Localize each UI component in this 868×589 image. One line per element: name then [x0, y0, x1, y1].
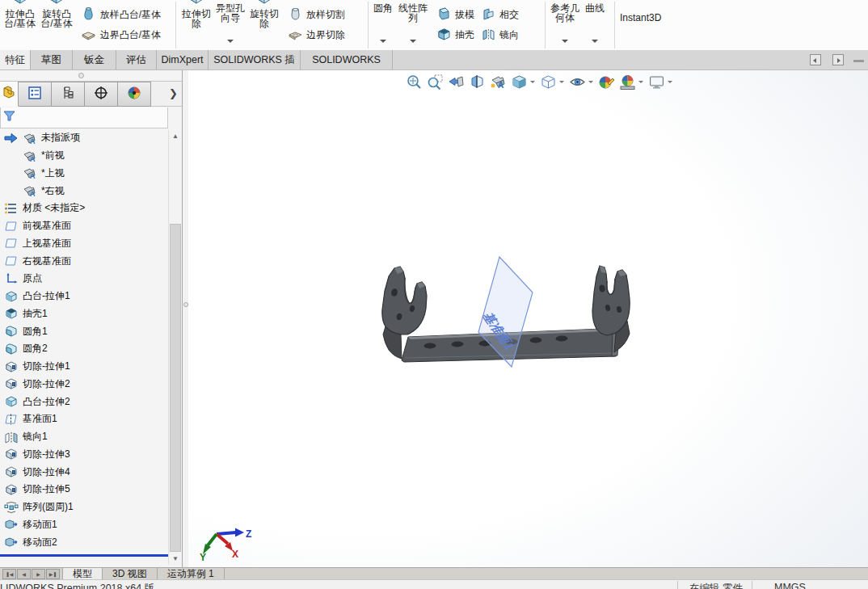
tree-item[interactable]: 切除-拉伸5 — [0, 481, 168, 499]
ribbon-button-fillet[interactable]: 圆角 — [370, 0, 396, 50]
panel-splitter[interactable] — [182, 70, 188, 567]
ribbon-button-instant3d[interactable]: Instant3D — [617, 0, 664, 50]
tree-scrollbar[interactable]: ▲ ▼ — [168, 130, 182, 565]
tree-item[interactable]: 凸台-拉伸1 — [0, 288, 168, 305]
manager-tab-configurationmanager[interactable] — [52, 82, 85, 107]
ribbon-group-separator — [545, 2, 546, 48]
tree-item[interactable]: 切除-拉伸3 — [0, 446, 168, 464]
tree-item[interactable]: 移动面2 — [0, 533, 168, 551]
ribbon-button-intersect[interactable]: 相交 — [481, 6, 519, 24]
tree-item-label: 凸台-拉伸2 — [23, 395, 70, 409]
tree-item[interactable]: 圆角2 — [0, 340, 168, 358]
collapse-ribbon-button[interactable] — [853, 60, 864, 62]
manager-tab-propertymanager[interactable] — [19, 82, 52, 107]
tree-item[interactable]: 切除-拉伸1 — [0, 358, 168, 376]
tree-item[interactable]: 抽壳1 — [0, 305, 168, 323]
ribbon-button-mirror[interactable]: 镜向 — [481, 27, 519, 44]
manager-tab-featuremanager[interactable] — [0, 82, 19, 107]
move-face-icon — [3, 517, 19, 532]
pane-right-button[interactable] — [832, 54, 844, 65]
ribbon-group-separator — [175, 2, 176, 48]
tree-item[interactable]: 原点 — [0, 270, 168, 288]
dropdown-arrow-icon[interactable] — [380, 40, 386, 43]
ribbon-button-curves[interactable]: 曲线 — [582, 0, 608, 50]
command-tab-4[interactable]: 评估 — [116, 50, 157, 69]
ribbon-button-shell[interactable]: 抽壳 — [436, 27, 474, 44]
loft-boss-icon — [82, 7, 95, 23]
ribbon-button-loft-cut[interactable]: 放样切割 — [288, 6, 345, 24]
ribbon-button-hole-wizard[interactable]: 异型孔 向导 — [213, 0, 247, 50]
tree-item-label: 上视基准面 — [23, 237, 71, 250]
ribbon-button-draft[interactable]: 拔模 — [436, 6, 474, 24]
ribbon-button-boss-extrude[interactable]: 拉伸凸 台/基体 — [2, 0, 38, 50]
camera-icon: A — [22, 131, 37, 145]
tree-item[interactable]: 上视基准面 — [0, 235, 168, 253]
ribbon-group: 拉伸切 除异型孔 向导旋转切 除放样切割边界切除 — [179, 0, 345, 50]
ribbon-button-boundary-cut[interactable]: 边界切除 — [288, 27, 345, 44]
pane-left-button[interactable] — [810, 54, 821, 65]
ribbon-button-revolve-boss[interactable]: 旋转凸 台/基体 — [38, 0, 74, 50]
tree-item[interactable]: A*前视 — [0, 147, 168, 165]
panel-grip[interactable] — [0, 70, 182, 81]
tree-filter-row[interactable] — [0, 107, 168, 128]
tree-item[interactable]: 前视基准面 — [0, 217, 168, 235]
status-units[interactable]: MMGS — [774, 582, 806, 589]
dropdown-arrow-icon[interactable] — [410, 40, 416, 43]
ribbon-button-cut-extrude[interactable]: 拉伸切 除 — [179, 0, 213, 50]
panel-expand-arrow-icon[interactable]: ❯ — [169, 87, 178, 99]
ribbon-button-refgeo[interactable]: 参考几 何体 — [548, 0, 582, 50]
ribbon-button-boundary-boss[interactable]: 边界凸台/基体 — [82, 27, 161, 44]
document-tab-1[interactable]: 模型 — [62, 568, 103, 580]
tree-item[interactable]: 阵列(圆周)1 — [0, 499, 168, 516]
svg-text:A: A — [30, 137, 36, 145]
command-tab-5[interactable]: DimXpert — [157, 50, 209, 69]
command-tab-6[interactable]: SOLIDWORKS 插件 — [209, 50, 301, 69]
status-separator — [677, 581, 678, 589]
tree-item[interactable]: 圆角1 — [0, 322, 168, 340]
ribbon-button-revolve-cut[interactable]: 旋转切 除 — [247, 0, 281, 50]
command-tab-7[interactable]: SOLIDWORKS MBD — [301, 50, 393, 69]
doc-tab-nav-1[interactable]: ◀ — [17, 569, 31, 579]
status-version: SOLIDWORKS Premium 2018 x64 版 — [0, 582, 154, 589]
command-tab-3[interactable]: 钣金 — [73, 50, 116, 69]
tree-item[interactable]: 移动面1 — [0, 516, 168, 534]
graphics-area[interactable]: A 基准面1 Z X Y — [188, 70, 868, 567]
doc-tab-nav-3[interactable]: ▶❚ — [46, 569, 60, 579]
manager-tab-displaymanager[interactable] — [118, 82, 151, 107]
document-tab-3[interactable]: 运动算例 1 — [158, 568, 225, 580]
tree-item[interactable]: 材质 <未指定> — [0, 200, 168, 217]
plane-feature-icon — [3, 412, 19, 427]
command-tab-2[interactable]: 草图 — [31, 50, 73, 69]
manager-tab-dimxpertmanager[interactable] — [85, 82, 118, 107]
dropdown-arrow-icon[interactable] — [562, 40, 568, 43]
document-tab-bar: ❚◀◀▶▶❚ 模型3D 视图运动算例 1 — [0, 567, 868, 579]
tree-item[interactable]: A*上视 — [0, 165, 168, 183]
scrollbar-thumb[interactable] — [170, 224, 181, 552]
shell-icon — [437, 27, 451, 44]
tree-item-label: 抽壳1 — [23, 307, 48, 321]
scroll-up-icon[interactable]: ▲ — [169, 133, 182, 140]
tree-item[interactable]: 右视基准面 — [0, 252, 168, 270]
doc-tab-nav-0[interactable]: ❚◀ — [2, 569, 16, 579]
plane-icon — [3, 219, 19, 233]
tree-item[interactable]: 切除-拉伸4 — [0, 463, 168, 481]
configurationmanager-icon — [61, 86, 75, 103]
tree-item[interactable]: A*右视 — [0, 182, 168, 200]
scroll-down-icon[interactable]: ▼ — [169, 555, 182, 562]
tree-item[interactable]: A未指派项 — [0, 129, 168, 147]
document-tab-2[interactable]: 3D 视图 — [103, 568, 158, 580]
ribbon-group: 参考几 何体曲线 — [548, 0, 608, 50]
tree-item[interactable]: 切除-拉伸2 — [0, 376, 168, 393]
ribbon-button-loft-boss[interactable]: 放样凸台/基体 — [82, 6, 161, 24]
dropdown-arrow-icon[interactable] — [592, 40, 598, 43]
command-tab-1[interactable]: 特征 — [0, 50, 31, 69]
tree-item[interactable]: 凸台-拉伸2 — [0, 393, 168, 410]
tree-item[interactable]: 基准面1 — [0, 410, 168, 428]
document-tabs: 模型3D 视图运动算例 1 — [62, 568, 225, 580]
tree-item[interactable]: 镜向1 — [0, 428, 168, 446]
tree-item-label: 切除-拉伸2 — [23, 377, 70, 391]
doc-tab-nav-2[interactable]: ▶ — [32, 569, 45, 579]
ribbon-button-pattern[interactable]: 线性阵 列 — [396, 0, 430, 50]
dropdown-arrow-icon[interactable] — [227, 40, 234, 43]
rollback-bar[interactable] — [0, 554, 168, 557]
